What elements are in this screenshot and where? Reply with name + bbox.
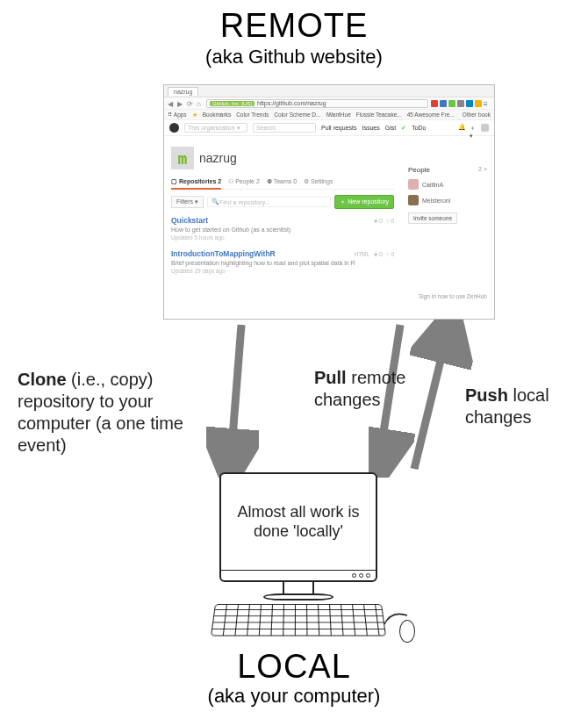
- reload-icon[interactable]: ⟳: [187, 100, 194, 107]
- org-avatar: m: [171, 147, 194, 169]
- ext-icon[interactable]: [440, 100, 447, 107]
- person-name: Meisteroni: [422, 198, 450, 204]
- avatar: [408, 179, 419, 190]
- github-topbar: This organization▾ Search Pull requests …: [164, 120, 494, 136]
- people-header: People: [408, 166, 430, 174]
- bookmark-item[interactable]: Bookmarks: [203, 111, 232, 118]
- zenhub-link[interactable]: Sign in now to use ZenHub: [164, 293, 494, 299]
- tab-settings[interactable]: ⚙ Settings: [304, 178, 333, 185]
- local-title: LOCAL: [0, 648, 588, 686]
- github-logo-icon[interactable]: [169, 123, 179, 133]
- bookmark-item[interactable]: iWantHue: [326, 111, 350, 118]
- repo-meta: ★ 0 ⑂ 0: [373, 218, 394, 225]
- person-item[interactable]: CaitlinA: [408, 179, 487, 190]
- people-count[interactable]: 2 >: [478, 166, 487, 174]
- ext-icon[interactable]: [475, 100, 482, 107]
- tab-repositories[interactable]: ▢ Repositories 2: [171, 178, 221, 190]
- nav-issues[interactable]: Issues: [362, 125, 379, 132]
- url-text: https://github.com/nazrug: [257, 100, 326, 106]
- bookmarks-bar: ⠿ Apps ★ Bookmarks Color Trends Color Sc…: [164, 110, 494, 120]
- tab-teams[interactable]: ⚉ Teams 0: [267, 178, 297, 185]
- repo-description: How to get started on Github (as a scien…: [171, 227, 394, 233]
- local-computer-illustration: Almost all work is done 'locally': [211, 472, 386, 639]
- mouse-icon: [399, 620, 415, 643]
- nav-todo[interactable]: ToDo: [412, 125, 426, 132]
- find-repo-input[interactable]: 🔍 Find a repository...: [207, 197, 331, 207]
- forward-icon[interactable]: ▶: [177, 100, 184, 107]
- menu-icon[interactable]: ≡: [484, 100, 491, 107]
- remote-title: REMOTE: [0, 7, 588, 45]
- repo-link[interactable]: IntroductionToMappingWithR: [171, 249, 276, 258]
- new-repository-button[interactable]: ＋ New repository: [334, 195, 394, 209]
- user-avatar-icon[interactable]: [481, 124, 489, 132]
- repo-item: IntroductionToMappingWithR HTML ★ 0 ⑂ 0 …: [171, 249, 394, 274]
- bookmark-item[interactable]: Flossie Teacake...: [356, 111, 402, 118]
- github-search-input[interactable]: Search: [253, 123, 316, 133]
- invite-button[interactable]: Invite someone: [408, 212, 457, 224]
- repo-link[interactable]: Quickstart: [171, 216, 208, 225]
- ext-icon[interactable]: [466, 100, 473, 107]
- ext-icon[interactable]: [431, 100, 438, 107]
- monitor: Almost all work is done 'locally': [219, 472, 377, 582]
- bookmark-overflow[interactable]: Other book: [463, 111, 491, 118]
- pull-label: Pull remote changes: [314, 367, 437, 411]
- star-icon: ★: [192, 111, 197, 119]
- extension-icons: ≡: [431, 100, 491, 107]
- monitor-screen-text: Almost all work is done 'locally': [221, 474, 376, 570]
- svg-line-0: [231, 325, 241, 460]
- back-icon[interactable]: ◀: [168, 100, 175, 107]
- remote-subtitle: (aka Github website): [0, 46, 588, 68]
- local-subtitle: (aka your computer): [0, 685, 588, 708]
- push-label: Push local changes: [465, 385, 579, 428]
- clone-label: Clone (i.e., copy) repository to your co…: [18, 369, 202, 457]
- repo-meta: HTML ★ 0 ⑂ 0: [354, 251, 394, 258]
- browser-toolbar: ◀ ▶ ⟳ ⌂ GitHub, Inc. [US] https://github…: [164, 97, 494, 110]
- apps-icon[interactable]: ⠿ Apps: [168, 111, 187, 119]
- avatar: [408, 195, 419, 205]
- github-browser-screenshot: nazrug ◀ ▶ ⟳ ⌂ GitHub, Inc. [US] https:/…: [163, 84, 495, 320]
- github-nav: Pull requests Issues Gist ✔ ToDo: [321, 125, 427, 132]
- org-name: nazrug: [199, 151, 237, 165]
- filters-button[interactable]: Filters ▾: [171, 196, 204, 208]
- address-bar[interactable]: GitHub, Inc. [US] https://github.com/naz…: [206, 99, 428, 108]
- repo-updated: Updated 5 hours ago: [171, 234, 394, 241]
- monitor-lights: [221, 570, 376, 580]
- person-item[interactable]: Meisteroni: [408, 195, 487, 205]
- https-badge: GitHub, Inc. [US]: [210, 101, 255, 106]
- keyboard-icon: [211, 604, 386, 636]
- repo-item: Quickstart ★ 0 ⑂ 0 How to get started on…: [171, 216, 394, 241]
- bookmark-item[interactable]: Color Scheme D...: [274, 111, 320, 118]
- ext-icon[interactable]: [448, 100, 455, 107]
- notifications-icon[interactable]: 🔔: [458, 124, 466, 132]
- bookmark-item[interactable]: Color Trends: [236, 111, 269, 118]
- repo-description: Brief presentation highlighting how to r…: [171, 260, 394, 266]
- nav-gist[interactable]: Gist: [385, 125, 396, 132]
- org-scope-select[interactable]: This organization▾: [184, 123, 247, 133]
- repo-updated: Updated 29 days ago: [171, 268, 394, 274]
- ext-icon[interactable]: [457, 100, 464, 107]
- home-icon[interactable]: ⌂: [197, 100, 204, 107]
- create-menu-icon[interactable]: ＋▾: [470, 124, 477, 132]
- person-name: CaitlinA: [422, 182, 443, 188]
- org-tabs: ▢ Repositories 2 ⚇ People 2 ⚉ Teams 0 ⚙ …: [171, 178, 394, 190]
- tab-people[interactable]: ⚇ People 2: [228, 178, 260, 185]
- bookmark-item[interactable]: 45 Awesome Fre...: [407, 111, 455, 118]
- nav-pullrequests[interactable]: Pull requests: [321, 125, 356, 132]
- clone-arrow: [206, 320, 259, 478]
- browser-tab[interactable]: nazrug: [168, 87, 198, 96]
- browser-tab-strip: nazrug: [164, 85, 494, 97]
